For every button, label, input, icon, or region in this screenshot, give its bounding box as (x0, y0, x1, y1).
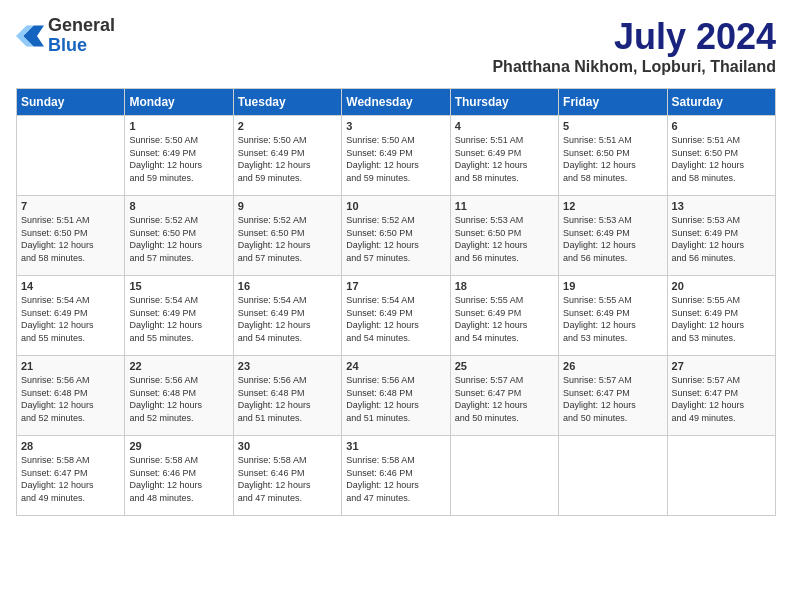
day-number: 3 (346, 120, 445, 132)
day-info: Sunrise: 5:56 AM Sunset: 6:48 PM Dayligh… (238, 374, 337, 424)
day-number: 7 (21, 200, 120, 212)
logo-icon (16, 22, 44, 50)
calendar-cell: 29Sunrise: 5:58 AM Sunset: 6:46 PM Dayli… (125, 436, 233, 516)
day-info: Sunrise: 5:50 AM Sunset: 6:49 PM Dayligh… (129, 134, 228, 184)
day-number: 26 (563, 360, 662, 372)
day-info: Sunrise: 5:52 AM Sunset: 6:50 PM Dayligh… (129, 214, 228, 264)
day-number: 25 (455, 360, 554, 372)
day-number: 28 (21, 440, 120, 452)
day-info: Sunrise: 5:52 AM Sunset: 6:50 PM Dayligh… (346, 214, 445, 264)
calendar-cell: 25Sunrise: 5:57 AM Sunset: 6:47 PM Dayli… (450, 356, 558, 436)
day-info: Sunrise: 5:54 AM Sunset: 6:49 PM Dayligh… (346, 294, 445, 344)
header-day-monday: Monday (125, 89, 233, 116)
calendar-cell: 23Sunrise: 5:56 AM Sunset: 6:48 PM Dayli… (233, 356, 341, 436)
day-info: Sunrise: 5:55 AM Sunset: 6:49 PM Dayligh… (563, 294, 662, 344)
day-info: Sunrise: 5:58 AM Sunset: 6:47 PM Dayligh… (21, 454, 120, 504)
calendar-cell (559, 436, 667, 516)
calendar-cell: 10Sunrise: 5:52 AM Sunset: 6:50 PM Dayli… (342, 196, 450, 276)
day-number: 13 (672, 200, 771, 212)
calendar-cell (667, 436, 775, 516)
calendar-cell: 1Sunrise: 5:50 AM Sunset: 6:49 PM Daylig… (125, 116, 233, 196)
calendar-cell: 12Sunrise: 5:53 AM Sunset: 6:49 PM Dayli… (559, 196, 667, 276)
calendar-header-row: SundayMondayTuesdayWednesdayThursdayFrid… (17, 89, 776, 116)
day-info: Sunrise: 5:56 AM Sunset: 6:48 PM Dayligh… (21, 374, 120, 424)
day-info: Sunrise: 5:50 AM Sunset: 6:49 PM Dayligh… (238, 134, 337, 184)
day-number: 8 (129, 200, 228, 212)
calendar-cell (450, 436, 558, 516)
calendar-cell: 14Sunrise: 5:54 AM Sunset: 6:49 PM Dayli… (17, 276, 125, 356)
day-info: Sunrise: 5:58 AM Sunset: 6:46 PM Dayligh… (346, 454, 445, 504)
calendar-cell: 8Sunrise: 5:52 AM Sunset: 6:50 PM Daylig… (125, 196, 233, 276)
calendar-cell: 17Sunrise: 5:54 AM Sunset: 6:49 PM Dayli… (342, 276, 450, 356)
calendar-cell: 26Sunrise: 5:57 AM Sunset: 6:47 PM Dayli… (559, 356, 667, 436)
calendar-week-row: 14Sunrise: 5:54 AM Sunset: 6:49 PM Dayli… (17, 276, 776, 356)
day-number: 22 (129, 360, 228, 372)
day-info: Sunrise: 5:55 AM Sunset: 6:49 PM Dayligh… (455, 294, 554, 344)
calendar-cell: 16Sunrise: 5:54 AM Sunset: 6:49 PM Dayli… (233, 276, 341, 356)
calendar-cell: 2Sunrise: 5:50 AM Sunset: 6:49 PM Daylig… (233, 116, 341, 196)
header-day-thursday: Thursday (450, 89, 558, 116)
calendar-cell: 13Sunrise: 5:53 AM Sunset: 6:49 PM Dayli… (667, 196, 775, 276)
day-info: Sunrise: 5:58 AM Sunset: 6:46 PM Dayligh… (129, 454, 228, 504)
day-info: Sunrise: 5:57 AM Sunset: 6:47 PM Dayligh… (455, 374, 554, 424)
calendar-cell: 11Sunrise: 5:53 AM Sunset: 6:50 PM Dayli… (450, 196, 558, 276)
day-info: Sunrise: 5:58 AM Sunset: 6:46 PM Dayligh… (238, 454, 337, 504)
day-number: 11 (455, 200, 554, 212)
day-number: 24 (346, 360, 445, 372)
day-info: Sunrise: 5:54 AM Sunset: 6:49 PM Dayligh… (21, 294, 120, 344)
calendar-cell: 21Sunrise: 5:56 AM Sunset: 6:48 PM Dayli… (17, 356, 125, 436)
header-day-friday: Friday (559, 89, 667, 116)
day-number: 12 (563, 200, 662, 212)
location-title: Phatthana Nikhom, Lopburi, Thailand (492, 58, 776, 76)
day-number: 20 (672, 280, 771, 292)
calendar-cell: 22Sunrise: 5:56 AM Sunset: 6:48 PM Dayli… (125, 356, 233, 436)
day-number: 30 (238, 440, 337, 452)
day-number: 1 (129, 120, 228, 132)
day-info: Sunrise: 5:53 AM Sunset: 6:49 PM Dayligh… (563, 214, 662, 264)
calendar-cell: 27Sunrise: 5:57 AM Sunset: 6:47 PM Dayli… (667, 356, 775, 436)
day-number: 16 (238, 280, 337, 292)
day-number: 19 (563, 280, 662, 292)
day-number: 18 (455, 280, 554, 292)
day-number: 17 (346, 280, 445, 292)
title-area: July 2024 Phatthana Nikhom, Lopburi, Tha… (492, 16, 776, 76)
day-number: 4 (455, 120, 554, 132)
calendar-cell: 6Sunrise: 5:51 AM Sunset: 6:50 PM Daylig… (667, 116, 775, 196)
calendar-cell: 15Sunrise: 5:54 AM Sunset: 6:49 PM Dayli… (125, 276, 233, 356)
calendar-cell: 24Sunrise: 5:56 AM Sunset: 6:48 PM Dayli… (342, 356, 450, 436)
day-info: Sunrise: 5:54 AM Sunset: 6:49 PM Dayligh… (238, 294, 337, 344)
calendar-cell (17, 116, 125, 196)
day-number: 27 (672, 360, 771, 372)
day-info: Sunrise: 5:51 AM Sunset: 6:49 PM Dayligh… (455, 134, 554, 184)
calendar-cell: 7Sunrise: 5:51 AM Sunset: 6:50 PM Daylig… (17, 196, 125, 276)
header-day-sunday: Sunday (17, 89, 125, 116)
day-number: 21 (21, 360, 120, 372)
header: General Blue July 2024 Phatthana Nikhom,… (16, 16, 776, 76)
calendar-cell: 19Sunrise: 5:55 AM Sunset: 6:49 PM Dayli… (559, 276, 667, 356)
calendar-cell: 4Sunrise: 5:51 AM Sunset: 6:49 PM Daylig… (450, 116, 558, 196)
day-info: Sunrise: 5:57 AM Sunset: 6:47 PM Dayligh… (672, 374, 771, 424)
calendar-week-row: 7Sunrise: 5:51 AM Sunset: 6:50 PM Daylig… (17, 196, 776, 276)
day-info: Sunrise: 5:51 AM Sunset: 6:50 PM Dayligh… (21, 214, 120, 264)
calendar-cell: 5Sunrise: 5:51 AM Sunset: 6:50 PM Daylig… (559, 116, 667, 196)
calendar-cell: 9Sunrise: 5:52 AM Sunset: 6:50 PM Daylig… (233, 196, 341, 276)
month-year-title: July 2024 (492, 16, 776, 58)
day-info: Sunrise: 5:54 AM Sunset: 6:49 PM Dayligh… (129, 294, 228, 344)
day-info: Sunrise: 5:55 AM Sunset: 6:49 PM Dayligh… (672, 294, 771, 344)
day-number: 31 (346, 440, 445, 452)
header-day-tuesday: Tuesday (233, 89, 341, 116)
day-number: 14 (21, 280, 120, 292)
logo: General Blue (16, 16, 115, 56)
day-info: Sunrise: 5:57 AM Sunset: 6:47 PM Dayligh… (563, 374, 662, 424)
calendar-cell: 20Sunrise: 5:55 AM Sunset: 6:49 PM Dayli… (667, 276, 775, 356)
day-number: 15 (129, 280, 228, 292)
header-day-wednesday: Wednesday (342, 89, 450, 116)
day-info: Sunrise: 5:51 AM Sunset: 6:50 PM Dayligh… (563, 134, 662, 184)
day-number: 9 (238, 200, 337, 212)
header-day-saturday: Saturday (667, 89, 775, 116)
calendar-cell: 3Sunrise: 5:50 AM Sunset: 6:49 PM Daylig… (342, 116, 450, 196)
day-info: Sunrise: 5:56 AM Sunset: 6:48 PM Dayligh… (346, 374, 445, 424)
logo-general-text: General (48, 16, 115, 36)
day-info: Sunrise: 5:50 AM Sunset: 6:49 PM Dayligh… (346, 134, 445, 184)
day-info: Sunrise: 5:53 AM Sunset: 6:49 PM Dayligh… (672, 214, 771, 264)
